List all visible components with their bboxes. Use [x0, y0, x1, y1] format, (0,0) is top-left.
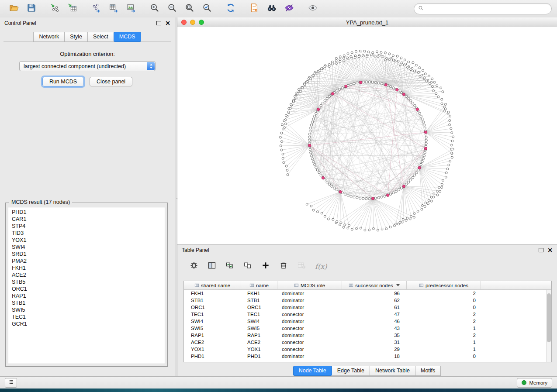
tab-mcds[interactable]: MCDS	[114, 32, 141, 42]
mcds-result-item[interactable]: PHD1	[8, 209, 165, 216]
deselect-all-icon	[243, 261, 252, 272]
table-cell-filler	[481, 304, 551, 311]
float-panel-icon[interactable]	[156, 21, 161, 25]
table-body: FKH1FKH1dominator962STB1STB1dominator620…	[184, 290, 551, 360]
deselect-all-button[interactable]	[242, 261, 253, 272]
table-cell: 18	[342, 353, 407, 360]
panel-menu-button[interactable]	[5, 378, 17, 388]
column-header-successor-nodes[interactable]: successor nodes	[342, 281, 407, 290]
table-cell: 2	[407, 290, 481, 297]
tab-select[interactable]: Select	[87, 32, 114, 42]
tab-node-table[interactable]: Node Table	[293, 366, 332, 376]
table-row[interactable]: ACE2ACE2connector311	[184, 339, 551, 346]
table-panel-header: Table Panel	[177, 244, 557, 256]
save-session-button[interactable]	[23, 2, 40, 15]
columns-button[interactable]	[207, 261, 217, 272]
table-row[interactable]: FKH1FKH1dominator962	[184, 290, 551, 297]
table-row[interactable]: STB1STB1dominator620	[184, 297, 551, 304]
tab-network-table[interactable]: Network Table	[370, 366, 415, 376]
tab-edge-table[interactable]: Edge Table	[332, 366, 370, 376]
search-input[interactable]	[426, 5, 547, 12]
mcds-result-item[interactable]: STP4	[8, 223, 165, 230]
close-table-panel-icon[interactable]	[547, 248, 553, 253]
scrollbar-thumb[interactable]	[547, 293, 551, 342]
table-cell: dominator	[277, 304, 342, 311]
export-table-button[interactable]	[105, 2, 122, 15]
memory-button[interactable]: Memory	[517, 378, 552, 388]
mcds-result-item[interactable]: ACE2	[8, 272, 165, 279]
table-cell: RAP1	[184, 332, 241, 339]
add-button[interactable]	[260, 261, 271, 272]
find-button[interactable]	[263, 2, 280, 15]
zoom-out-icon	[167, 3, 177, 14]
network-window-titlebar[interactable]: YPA_prune.txt_1	[177, 17, 557, 28]
gear-icon	[190, 261, 198, 272]
select-all-button[interactable]	[225, 261, 235, 272]
refresh-button[interactable]	[222, 2, 239, 15]
close-panel-icon[interactable]	[165, 21, 170, 26]
table-row[interactable]: SWI4SWI4dominator462	[184, 318, 551, 325]
mcds-result-list[interactable]: PHD1CAR1STP4TID3YOX1SWI4SRD1PMA2FKH1ACE2…	[8, 207, 165, 364]
copy-network-button[interactable]	[246, 2, 263, 15]
table-row[interactable]: SWI5SWI5connector431	[184, 325, 551, 332]
column-header-name[interactable]: name	[241, 281, 277, 290]
mcds-result-item[interactable]: SWI4	[8, 244, 165, 251]
list-menu-icon	[8, 379, 14, 387]
table-row[interactable]: TEC1TEC1connector472	[184, 311, 551, 318]
table-row[interactable]: ORC1ORC1dominator610	[184, 304, 551, 311]
criterion-select[interactable]: largest connected component (undirected)	[19, 61, 156, 71]
tab-network[interactable]: Network	[33, 32, 65, 42]
table-row[interactable]: RAP1RAP1dominator352	[184, 332, 551, 339]
trash-button[interactable]	[278, 261, 289, 272]
select-all-icon	[225, 261, 234, 272]
mcds-result-item[interactable]: YOX1	[8, 237, 165, 244]
mcds-result-item[interactable]: STB1	[8, 299, 165, 306]
zoom-selected-button[interactable]	[198, 2, 216, 15]
mcds-result-item[interactable]: SWI5	[8, 306, 165, 313]
zoom-fit-button[interactable]	[181, 2, 198, 15]
close-window-icon[interactable]	[181, 20, 187, 25]
zoom-in-button[interactable]	[146, 2, 163, 15]
table-cell: 2	[407, 318, 481, 325]
column-header-MCDS-role[interactable]: MCDS role	[277, 281, 342, 290]
import-table-button[interactable]	[64, 2, 81, 15]
search-field[interactable]	[414, 3, 552, 14]
export-image-button[interactable]	[122, 2, 140, 15]
network-canvas[interactable]	[177, 27, 557, 244]
mcds-result-item[interactable]: GCR1	[8, 320, 165, 327]
table-row[interactable]: YOX1YOX1connector291	[184, 346, 551, 353]
eye-button[interactable]	[304, 2, 322, 15]
mcds-result-item[interactable]: TEC1	[8, 313, 165, 320]
status-bar: Memory	[0, 376, 557, 389]
table-scrollbar[interactable]	[546, 290, 551, 362]
mcds-result-item[interactable]: RAP1	[8, 292, 165, 299]
minimize-window-icon[interactable]	[190, 20, 195, 25]
mcds-result-item[interactable]: FKH1	[8, 265, 165, 272]
run-mcds-button[interactable]: Run MCDS	[42, 77, 84, 86]
open-session-button[interactable]	[5, 2, 23, 15]
mcds-result-item[interactable]: CAR1	[8, 216, 165, 223]
mcds-result-item[interactable]: TID3	[8, 230, 165, 237]
zoom-out-button[interactable]	[163, 2, 181, 15]
column-header-predecessor-nodes[interactable]: predecessor nodes	[407, 281, 481, 290]
float-table-panel-icon[interactable]	[539, 248, 543, 252]
tab-style[interactable]: Style	[64, 32, 88, 42]
hide-details-button[interactable]	[280, 2, 298, 15]
column-header-shared-name[interactable]: shared name	[184, 281, 241, 290]
tab-motifs[interactable]: Motifs	[415, 366, 441, 376]
table-cell: 62	[342, 297, 407, 304]
export-table-icon	[109, 3, 118, 14]
mcds-result-item[interactable]: ORC1	[8, 285, 165, 292]
mcds-result-item[interactable]: SRD1	[8, 251, 165, 258]
table-row[interactable]: PHD1PHD1dominator180	[184, 353, 551, 360]
criterion-selected-value: largest connected component (undirected)	[24, 63, 126, 69]
maximize-window-icon[interactable]	[199, 20, 204, 25]
save-session-icon	[27, 3, 36, 14]
gear-button[interactable]	[189, 261, 199, 272]
mcds-result-item[interactable]: PMA2	[8, 258, 165, 265]
mcds-result-item[interactable]: STB5	[8, 279, 165, 285]
export-network-button[interactable]	[87, 2, 105, 15]
table-cell: SWI5	[241, 325, 277, 332]
close-panel-button[interactable]: Close panel	[90, 77, 132, 86]
import-network-button[interactable]	[46, 2, 64, 15]
